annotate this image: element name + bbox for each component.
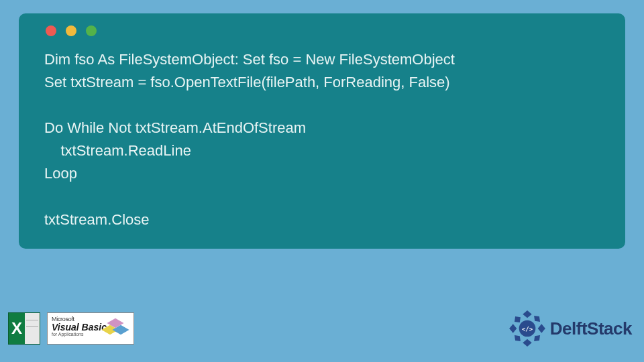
svg-marker-2 <box>509 324 517 333</box>
window-controls <box>35 25 609 36</box>
svg-marker-5 <box>534 316 540 322</box>
brand: </> DelftStack <box>508 310 632 347</box>
brand-name: DelftStack <box>550 318 632 339</box>
maximize-icon <box>86 25 97 36</box>
visual-basic-badge: Microsoft Visual Basic for Applications <box>47 312 134 345</box>
code-line: Loop <box>44 165 77 182</box>
svg-marker-4 <box>515 316 521 322</box>
code-line: Dim fso As FileSystemObject: Set fso = N… <box>44 51 455 68</box>
code-line: Set txtStream = fso.OpenTextFile(filePat… <box>44 74 450 90</box>
brand-logo-glyph: </> <box>522 326 533 333</box>
excel-icon: X <box>8 312 40 345</box>
code-line: txtStream.ReadLine <box>44 142 191 159</box>
svg-marker-7 <box>534 335 540 341</box>
svg-marker-1 <box>523 339 531 347</box>
code-window: Dim fso As FileSystemObject: Set fso = N… <box>19 13 625 249</box>
close-icon <box>46 25 56 36</box>
code-line: Do While Not txtStream.AtEndOfStream <box>44 119 306 136</box>
tech-badges: X Microsoft Visual Basic for Application… <box>8 312 134 345</box>
svg-marker-0 <box>523 310 531 318</box>
vb-cubes-icon <box>103 317 129 337</box>
excel-letter: X <box>11 319 22 338</box>
svg-marker-6 <box>515 335 521 341</box>
footer: X Microsoft Visual Basic for Application… <box>8 310 632 347</box>
code-line: txtStream.Close <box>44 211 150 228</box>
svg-marker-3 <box>538 324 545 333</box>
code-block: Dim fso As FileSystemObject: Set fso = N… <box>35 48 609 231</box>
minimize-icon <box>66 25 76 36</box>
brand-logo-icon: </> <box>508 310 546 347</box>
